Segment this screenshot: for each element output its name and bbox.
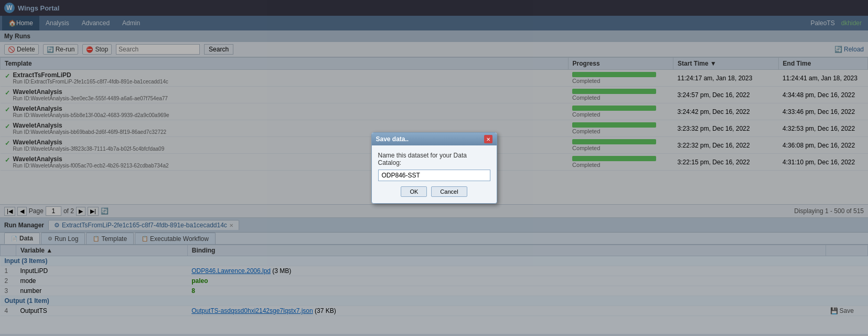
- dataset-name-input[interactable]: ODP846-SST: [378, 170, 490, 181]
- modal-title-bar: Save data.. ✕: [372, 133, 497, 145]
- save-data-modal: Save data.. ✕ Name this dataset for your…: [371, 132, 497, 204]
- modal-ok-button[interactable]: OK: [401, 186, 427, 197]
- modal-close-button[interactable]: ✕: [484, 135, 492, 143]
- modal-title: Save data..: [376, 135, 409, 143]
- modal-overlay: Save data.. ✕ Name this dataset for your…: [0, 0, 868, 336]
- modal-label: Name this dataset for your Data Catalog:: [378, 152, 490, 166]
- modal-body: Name this dataset for your Data Catalog:…: [372, 145, 497, 203]
- modal-cancel-button[interactable]: Cancel: [431, 186, 467, 197]
- modal-buttons: OK Cancel: [378, 186, 490, 197]
